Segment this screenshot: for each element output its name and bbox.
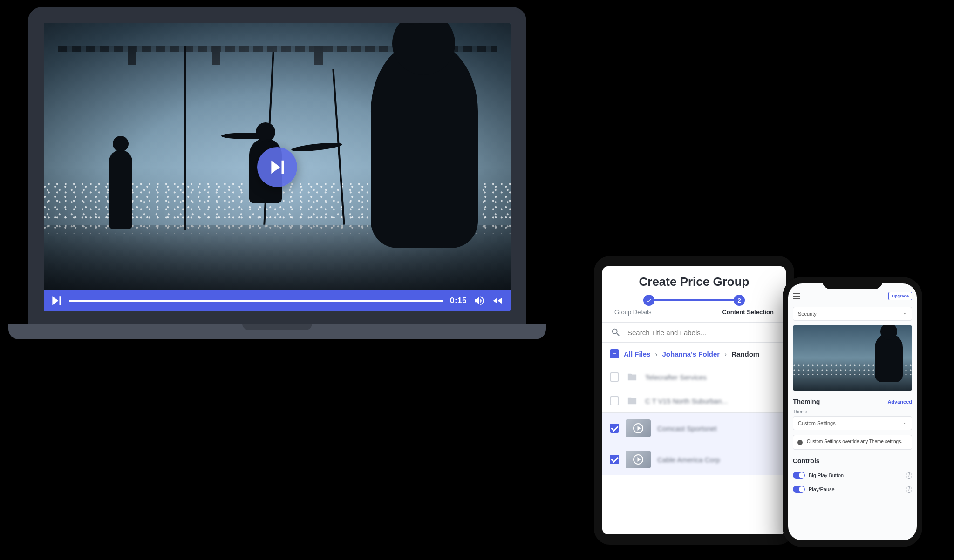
menu-icon[interactable] — [793, 293, 800, 299]
video-thumbnail — [626, 419, 651, 437]
tablet-mockup: Create Price Group 2 Group Details Conte… — [594, 256, 794, 545]
list-item[interactable]: Comcast Sportsnet — [602, 413, 786, 444]
toggle-big-play[interactable] — [793, 472, 805, 479]
phone-mockup: Upgrade Security Theming Advanced Theme … — [783, 277, 922, 547]
checkbox[interactable] — [610, 455, 619, 464]
controls-heading: Controls — [793, 457, 820, 465]
control-row: Big Play Button — [793, 468, 912, 482]
breadcrumb-root[interactable]: All Files — [624, 350, 651, 358]
step-1-done[interactable] — [643, 295, 654, 306]
breadcrumb-mid[interactable]: Johanna's Folder — [662, 350, 720, 358]
theme-select[interactable]: Custom Settings — [793, 416, 912, 430]
toggle-play-pause[interactable] — [793, 486, 805, 493]
theme-value: Custom Settings — [798, 420, 836, 426]
center-play-button[interactable] — [257, 147, 297, 187]
page-title: Create Price Group — [602, 266, 786, 295]
advanced-link[interactable]: Advanced — [887, 399, 912, 405]
item-label: Cable America Corp — [657, 456, 720, 464]
play-next-icon[interactable] — [50, 295, 62, 307]
control-label: Big Play Button — [809, 472, 844, 478]
player-controls: 0:15 — [44, 290, 511, 311]
control-label: Play/Pause — [809, 486, 835, 492]
theme-field-label: Theme — [793, 409, 912, 414]
checkbox[interactable] — [610, 396, 619, 405]
select-all-indeterminate[interactable] — [610, 349, 619, 358]
select-value: Security — [798, 311, 817, 317]
check-icon — [646, 297, 652, 304]
preview-thumbnail[interactable] — [793, 325, 912, 391]
control-row: Play/Pause — [793, 482, 912, 496]
list-item[interactable]: Cable America Corp — [602, 444, 786, 475]
info-icon[interactable] — [906, 472, 912, 479]
info-icon — [797, 439, 803, 445]
checkbox[interactable] — [610, 372, 619, 382]
video-thumbnail — [626, 451, 651, 468]
item-label: Comcast Sportsnet — [657, 425, 717, 432]
checkbox[interactable] — [610, 424, 619, 433]
breadcrumb-current: Random — [731, 350, 759, 358]
step-2-label: Content Selection — [722, 309, 774, 316]
breadcrumb: All Files › Johanna's Folder › Random — [602, 343, 786, 365]
search-input[interactable] — [627, 328, 777, 337]
step-1-label: Group Details — [614, 309, 651, 316]
folder-icon — [626, 396, 639, 406]
list-item[interactable]: C T V15 North Suburban... — [602, 389, 786, 413]
laptop-base — [8, 324, 546, 339]
upgrade-button[interactable]: Upgrade — [888, 292, 912, 300]
volume-icon[interactable] — [473, 295, 485, 307]
progress-bar[interactable] — [69, 300, 443, 302]
play-next-icon — [268, 158, 286, 176]
svg-rect-0 — [613, 353, 616, 354]
security-select[interactable]: Security — [793, 307, 912, 321]
phone-notch — [822, 277, 883, 289]
time-elapsed: 0:15 — [450, 296, 467, 305]
chevron-down-icon — [902, 311, 907, 316]
minus-icon — [612, 351, 617, 357]
laptop-screen: 0:15 — [28, 7, 526, 318]
search-bar[interactable] — [602, 322, 786, 343]
folder-icon — [626, 372, 639, 382]
video-player[interactable]: 0:15 — [44, 23, 511, 311]
info-note: Custom Settings override any Theme setti… — [793, 435, 912, 450]
list-item[interactable]: Telecrafter Services — [602, 365, 786, 389]
info-icon[interactable] — [906, 486, 912, 493]
theming-heading: Theming — [793, 398, 820, 405]
item-label: C T V15 North Suburban... — [645, 397, 728, 405]
step-2-active[interactable]: 2 — [734, 295, 745, 306]
step-connector — [654, 299, 734, 301]
search-icon — [611, 327, 621, 337]
tablet-screen: Create Price Group 2 Group Details Conte… — [602, 266, 786, 534]
laptop-mockup: 0:15 — [28, 7, 526, 339]
chevron-down-icon — [902, 421, 907, 425]
note-text: Custom Settings override any Theme setti… — [807, 439, 902, 444]
item-label: Telecrafter Services — [645, 373, 707, 381]
rewind-icon[interactable] — [492, 295, 504, 307]
phone-screen: Upgrade Security Theming Advanced Theme … — [788, 283, 917, 540]
stepper: 2 — [602, 295, 786, 306]
